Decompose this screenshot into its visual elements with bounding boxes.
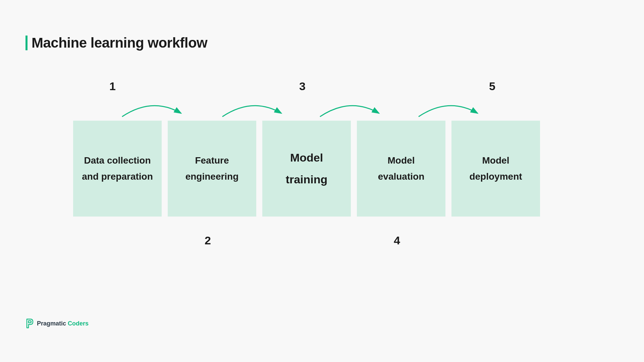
- page-title: Machine learning workflow: [32, 35, 207, 51]
- step-label: Model deployment: [459, 153, 533, 184]
- step-label: Data collection and preparation: [80, 153, 154, 184]
- arrow-icon: [317, 100, 384, 120]
- step-label: Model training: [270, 147, 343, 190]
- step-number-1: 1: [109, 80, 116, 93]
- step-number-5: 5: [489, 80, 495, 93]
- step-box-4: Model evaluation: [357, 121, 445, 217]
- brand-logo: Pragmatic Coders: [25, 318, 89, 328]
- logo-word-2: Coders: [68, 320, 89, 327]
- step-box-1: Data collection and preparation: [73, 121, 162, 217]
- step-number-3: 3: [299, 80, 306, 93]
- step-number-4: 4: [394, 234, 400, 247]
- step-box-2: Feature engineering: [168, 121, 256, 217]
- step-label: Model evaluation: [364, 153, 438, 184]
- step-number-2: 2: [205, 234, 211, 247]
- arrow-icon: [415, 100, 482, 120]
- arrow-icon: [219, 100, 286, 120]
- logo-text: Pragmatic Coders: [37, 320, 89, 327]
- page-title-wrap: Machine learning workflow: [25, 35, 207, 51]
- arrow-icon: [119, 100, 186, 120]
- workflow-row: Data collection and preparation Feature …: [73, 121, 540, 217]
- logo-word-1: Pragmatic: [37, 320, 66, 327]
- step-box-5: Model deployment: [451, 121, 540, 217]
- step-label: Feature engineering: [175, 153, 249, 184]
- title-accent-bar: [25, 36, 28, 50]
- step-box-3: Model training: [262, 121, 351, 217]
- logo-p-icon: [25, 318, 34, 328]
